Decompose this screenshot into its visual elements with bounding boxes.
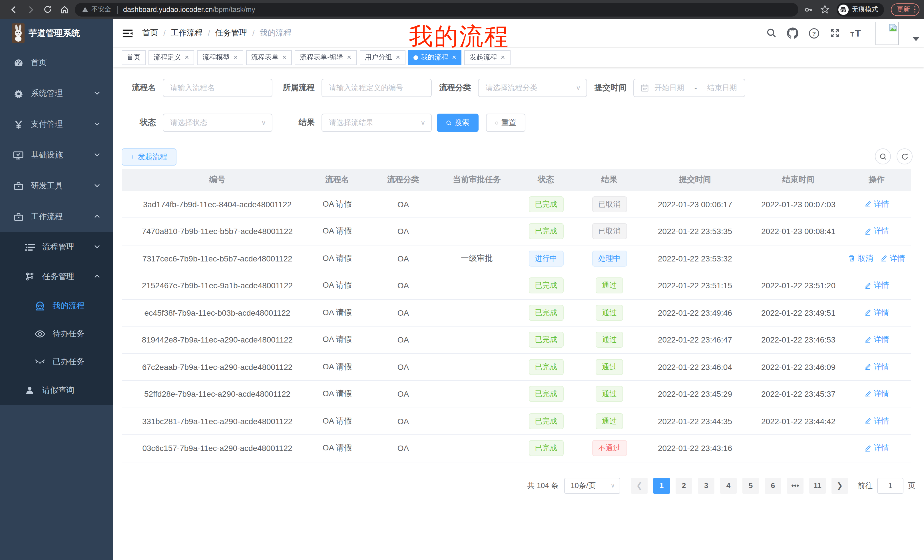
sidebar-item-首页[interactable]: 首页 [0,47,113,78]
sidebar-item-任务管理[interactable]: 任务管理 [0,262,113,292]
browser-home-icon[interactable] [60,5,69,14]
logo[interactable]: 芋道管理系统 [0,19,113,47]
page-size-select[interactable]: 10条/页∨ [564,478,620,494]
sidebar-item-我的流程[interactable]: 我的流程 [0,292,113,320]
page-button-5[interactable]: 5 [742,478,759,494]
cell-submit-time: 2022-01-22 23:45:29 [636,380,754,407]
cell-name: OA 请假 [313,245,362,272]
search-button[interactable]: 搜索 [437,114,478,132]
cell-result: 已取消 [583,191,636,218]
bookmark-star-icon[interactable] [820,4,830,14]
gear-icon [11,89,25,99]
fullscreen-icon[interactable] [830,28,840,38]
help-icon[interactable]: ? [808,28,819,39]
close-tab-icon[interactable]: ✕ [233,54,238,60]
toggle-search-button[interactable] [875,148,891,165]
page-button-3[interactable]: 3 [698,478,714,494]
sidebar-item-流程管理[interactable]: 流程管理 [0,232,113,262]
page-ellipsis[interactable]: ••• [787,478,804,494]
cell-id: 331bc281-7b9a-11ec-a290-acde48001122 [122,407,313,435]
security-warning[interactable]: 不安全 [82,5,111,14]
detail-link[interactable]: 详情 [864,199,889,209]
font-size-icon[interactable]: TT [850,28,863,38]
sidebar-item-基础设施[interactable]: 基础设施 [0,140,113,171]
browser-forward-icon[interactable] [26,5,35,14]
status-select[interactable]: 请选择状态∨ [163,114,272,132]
detail-link[interactable]: 详情 [864,226,889,236]
sidebar-item-工作流程[interactable]: 工作流程 [0,202,113,232]
browser-reload-icon[interactable] [44,5,52,14]
tab-流程表单[interactable]: 流程表单✕ [246,50,292,65]
eye-open-icon [33,329,47,338]
tab-流程定义[interactable]: 流程定义✕ [148,50,195,65]
github-icon[interactable] [787,27,798,39]
breadcrumb-item[interactable]: 工作流程 [171,28,203,38]
avatar-dropdown-icon[interactable] [913,37,920,41]
result-select[interactable]: 请选择流结果∨ [321,114,432,132]
process-def-input[interactable]: 请输入流程定义的编号 [321,79,432,97]
create-process-button[interactable]: 发起流程 [122,148,177,166]
sidebar-item-系统管理[interactable]: 系统管理 [0,78,113,109]
info-badge: 已取消 [592,196,627,213]
reset-button[interactable]: 重置 [486,114,525,132]
breadcrumb-item[interactable]: 任务管理 [215,28,247,38]
avatar[interactable] [876,21,899,45]
detail-link[interactable]: 详情 [864,280,889,290]
close-tab-icon[interactable]: ✕ [452,54,457,60]
page-button-1[interactable]: 1 [653,478,670,494]
cancel-link[interactable]: 取消 [848,253,873,264]
sidebar-item-待办任务[interactable]: 待办任务 [0,320,113,347]
column-header-编号: 编号 [122,169,313,191]
header-search-icon[interactable] [766,28,777,38]
breadcrumb-item[interactable]: 首页 [142,28,158,38]
column-header-提交时间: 提交时间 [636,169,754,191]
detail-link[interactable]: 详情 [864,443,889,453]
page-button-4[interactable]: 4 [720,478,736,494]
browser-menu-icon[interactable] [914,6,915,13]
page-button-11[interactable]: 11 [809,478,826,494]
sidebar-toggle-icon[interactable] [113,28,142,39]
sidebar-item-支付管理[interactable]: 支付管理 [0,109,113,140]
sidebar-item-已办任务[interactable]: 已办任务 [0,347,113,376]
close-tab-icon[interactable]: ✕ [282,54,287,60]
next-page-button[interactable]: ❯ [831,478,848,494]
page-button-2[interactable]: 2 [676,478,692,494]
key-icon[interactable] [804,5,813,14]
detail-link[interactable]: 详情 [864,389,889,399]
tab-用户分组[interactable]: 用户分组✕ [360,50,405,65]
page-button-6[interactable]: 6 [765,478,781,494]
cell-current-task[interactable]: 一级审批 [445,245,509,272]
detail-link[interactable]: 详情 [880,253,905,264]
cell-name: OA 请假 [313,353,362,380]
detail-link[interactable]: 详情 [864,362,889,372]
browser-update-button[interactable]: 更新 [891,3,920,16]
sidebar-item-请假查询[interactable]: 请假查询 [0,376,113,405]
close-tab-icon[interactable]: ✕ [346,54,351,60]
tab-流程模型[interactable]: 流程模型✕ [197,50,243,65]
cell-status: 进行中 [509,245,583,272]
dashboard-icon [11,58,25,67]
tab-流程表单-编辑[interactable]: 流程表单-编辑✕ [295,50,357,65]
cell-end-time: 2022-01-22 23:44:42 [754,407,842,435]
sidebar-item-研发工具[interactable]: 研发工具 [0,171,113,202]
tab-首页[interactable]: 首页 [122,50,146,65]
process-name-input[interactable]: 请输入流程名 [163,79,272,97]
logo-image [12,23,24,43]
cell-status: 已完成 [509,299,583,326]
address-bar[interactable]: 不安全 dashboard.yudao.iocoder.cn/bpm/task/… [75,3,798,16]
detail-link[interactable]: 详情 [864,334,889,345]
close-tab-icon[interactable]: ✕ [184,54,189,60]
detail-link[interactable]: 详情 [864,416,889,426]
filter-label-status: 状态 [122,118,163,128]
cell-end-time: 2022-01-22 23:49:51 [754,299,842,326]
category-select[interactable]: 请选择流程分类∨ [478,79,587,97]
detail-link[interactable]: 详情 [864,307,889,318]
browser-back-icon[interactable] [9,5,18,14]
date-range-input[interactable]: 开始日期 - 结束日期 [633,79,745,97]
close-tab-icon[interactable]: ✕ [501,54,506,60]
close-tab-icon[interactable]: ✕ [396,54,400,60]
refresh-table-button[interactable] [897,148,913,165]
goto-page-input[interactable]: 1 [877,478,903,494]
prev-page-button[interactable]: ❮ [631,478,648,494]
cell-category: OA [362,353,445,380]
